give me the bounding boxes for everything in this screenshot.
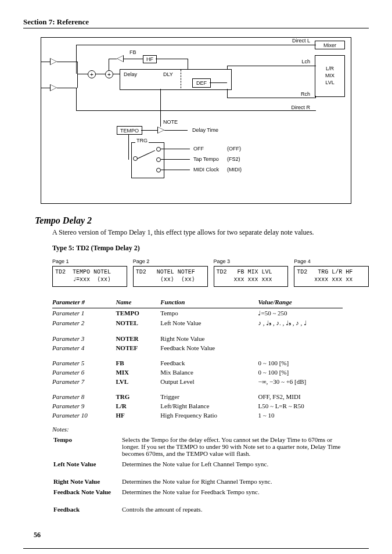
notes-table: TempoSelects the Tempo for the delay eff… (52, 434, 354, 515)
param-name: L/R (116, 401, 160, 411)
param-name: HF (116, 411, 160, 420)
col-parameter: Parameter # (52, 296, 116, 308)
lcd-page: Page 4TD2 TRG L/R HF xxxx xxx xx (294, 258, 369, 287)
param-num: Parameter 1 (52, 308, 116, 319)
sum-node-1: + (88, 70, 96, 78)
param-range (258, 343, 343, 352)
param-range: ♩=50 ~ 250 (258, 308, 343, 319)
hf-block: HF (143, 55, 157, 63)
midi-code: (MIDI) (227, 167, 242, 172)
param-name: MIX (116, 368, 160, 377)
param-num: Parameter 6 (52, 368, 116, 377)
type-subtitle: Type 5: TD2 (Tempo Delay 2) (52, 244, 369, 253)
param-name: TRG (116, 392, 160, 401)
table-row: Parameter 4NOTEFFeedback Note Value (52, 343, 343, 352)
param-function: Tempo (160, 308, 258, 319)
notes-header: Notes: (52, 426, 369, 433)
page-label: Page 3 (214, 258, 289, 264)
fs2-code: (FS2) (227, 156, 240, 162)
mixer-block: Mixer (315, 41, 345, 49)
trg-label: TRG (135, 138, 149, 143)
note-text: Selects the Tempo for the delay effect. … (122, 435, 353, 458)
direct-r-label: Direct R (291, 105, 310, 110)
tap-tempo-label: Tap Tempo (193, 156, 219, 162)
lcd-page: Page 3TD2 FB MIX LVL xxx xxx xxx (214, 258, 289, 287)
note-row: Left Note ValueDetermines the Note value… (53, 459, 353, 469)
dly-label: DLY (163, 71, 173, 77)
def-block: DEF (192, 78, 211, 88)
param-name: NOTER (116, 334, 160, 343)
note-row: TempoSelects the Tempo for the delay eff… (53, 435, 353, 458)
note-row: Feedback Note ValueDetermines the Note v… (53, 487, 353, 497)
param-num: Parameter 3 (52, 334, 116, 343)
lcd-display: TD2 FB MIX LVL xxx xxx xxx (214, 266, 289, 287)
param-num: Parameter 2 (52, 318, 116, 328)
page-label: Page 1 (52, 258, 127, 264)
direct-l-label: Direct L (292, 38, 310, 44)
table-row: Parameter 5FBFeedback0 ~ 100 [%] (52, 358, 343, 368)
section-header: Section 7: Reference (23, 17, 369, 28)
rch-label: Rch (301, 91, 310, 97)
param-num: Parameter 9 (52, 401, 116, 411)
col-value-range: Value/Range (258, 296, 343, 308)
delay-label: Delay (124, 71, 137, 77)
table-row: Parameter 3NOTERRight Note Value (52, 334, 343, 343)
note-text: Controls the amount of repeats. (122, 505, 353, 514)
table-row: Parameter 2NOTELLeft Note Value♪ , ♩₃ , … (52, 318, 343, 328)
param-num: Parameter 8 (52, 392, 116, 401)
note-text: Determines the Note value for Feedback T… (122, 487, 353, 497)
param-range: 0 ~ 100 [%] (258, 358, 343, 368)
table-row: Parameter 9L/RLeft/Right BalanceL50 ~ L=… (52, 401, 343, 411)
lch-label: Lch (301, 59, 310, 64)
sum-node-2: + (105, 70, 113, 78)
param-range (258, 334, 343, 343)
param-range: OFF, FS2, MIDI (258, 392, 343, 401)
note-label: Right Note Value (53, 477, 121, 486)
param-function: Feedback (160, 358, 258, 368)
fb-label: FB (130, 49, 136, 55)
lcd-pages-row: Page 1TD2 TEMPO NOTEL ♩=xxx ⟨xx⟩Page 2TD… (52, 258, 369, 287)
param-function: Left Note Value (160, 318, 258, 328)
param-range: 0 ~ 100 [%] (258, 368, 343, 377)
lcd-display: TD2 TEMPO NOTEL ♩=xxx ⟨xx⟩ (52, 266, 127, 287)
note-label: Left Note Value (53, 459, 121, 469)
lr-mix-lvl-block: L/R MIX LVL (315, 55, 345, 97)
param-range: ♪ , ♩₃ , ♪. , ♩₃ , ♪ , ♩ (258, 318, 343, 328)
param-num: Parameter 7 (52, 377, 116, 386)
note-text: Determines the Note value for Left Chann… (122, 459, 353, 469)
midi-clock-label: MIDI Clock (193, 167, 219, 172)
delay-time-label: Delay Time (192, 127, 218, 133)
table-row: Parameter 8TRGTriggerOFF, FS2, MIDI (52, 392, 343, 401)
page-label: Page 2 (133, 258, 208, 264)
param-range: L50 ~ L=R ~ R50 (258, 401, 343, 411)
param-name: TEMPO (116, 308, 160, 319)
lcd-page: Page 1TD2 TEMPO NOTEL ♩=xxx ⟨xx⟩ (52, 258, 127, 287)
param-name: LVL (116, 377, 160, 386)
param-function: Output Level (160, 377, 258, 386)
col-function: Function (160, 296, 258, 308)
param-name: NOTEL (116, 318, 160, 328)
param-function: Trigger (160, 392, 258, 401)
table-row: Parameter 7LVLOutput Level−∞, −30 ~ +6 [… (52, 377, 343, 386)
page-number: 56 (34, 531, 41, 539)
param-range: 1 ~ 10 (258, 411, 343, 420)
note-label: NOTE (163, 119, 178, 125)
page-label: Page 4 (294, 258, 369, 264)
param-num: Parameter 4 (52, 343, 116, 352)
note-row: Right Note ValueDetermines the Note valu… (53, 477, 353, 486)
note-text: Determines the Note value for Right Chan… (122, 477, 353, 486)
param-num: Parameter 5 (52, 358, 116, 368)
lcd-page: Page 2TD2 NOTEL NOTEF ⟨xx⟩ ⟨xx⟩ (133, 258, 208, 287)
effect-title: Tempo Delay 2 (35, 215, 369, 226)
parameter-table: Parameter # Name Function Value/Range Pa… (52, 296, 343, 420)
param-function: Left/Right Balance (160, 401, 258, 411)
param-function: Right Note Value (160, 334, 258, 343)
param-num: Parameter 10 (52, 411, 116, 420)
table-row: Parameter 1TEMPOTempo♩=50 ~ 250 (52, 308, 343, 319)
param-function: Mix Balance (160, 368, 258, 377)
note-label: Feedback (53, 505, 121, 514)
lcd-display: TD2 NOTEL NOTEF ⟨xx⟩ ⟨xx⟩ (133, 266, 208, 287)
note-row: FeedbackControls the amount of repeats. (53, 505, 353, 514)
param-function: Feedback Note Value (160, 343, 258, 352)
param-name: NOTEF (116, 343, 160, 352)
